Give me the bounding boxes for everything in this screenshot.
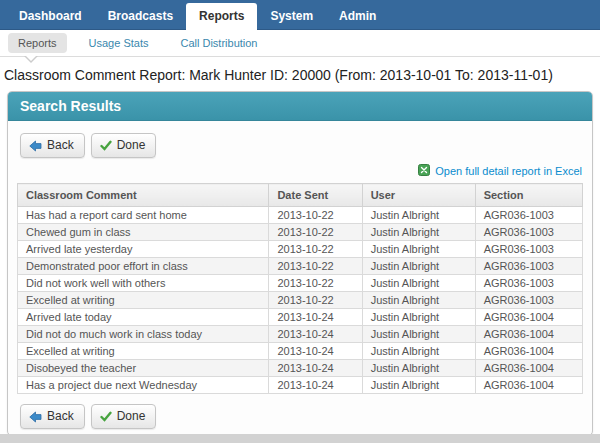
open-excel-link[interactable]: Open full detail report in Excel [418,164,582,179]
cell-date-sent: 2013-10-22 [269,258,362,275]
cell-classroom-comment: Excelled at writing [18,292,269,309]
arrow-left-icon [29,411,42,423]
excel-link-row: Open full detail report in Excel [17,164,582,179]
cell-user: Justin Albright [362,377,475,394]
cell-classroom-comment: Has a project due next Wednesday [18,377,269,394]
cell-classroom-comment: Has had a report card sent home [18,207,269,224]
arrow-left-icon [29,140,42,152]
cell-section: AGR036-1004 [475,360,582,377]
cell-classroom-comment: Arrived late yesterday [18,241,269,258]
done-button[interactable]: Done [91,133,157,158]
table-row[interactable]: Disobeyed the teacher 2013-10-24 Justin … [18,360,583,377]
nav-tab-admin[interactable]: Admin [326,3,389,30]
caret-down-pointer-icon [24,56,38,63]
table-row[interactable]: Arrived late today 2013-10-24 Justin Alb… [18,309,583,326]
results-table: Classroom Comment Date Sent User Section… [17,183,583,394]
table-row[interactable]: Has a project due next Wednesday 2013-10… [18,377,583,394]
cell-date-sent: 2013-10-24 [269,343,362,360]
table-row[interactable]: Excelled at writing 2013-10-22 Justin Al… [18,292,583,309]
back-button-label: Back [47,409,74,424]
col-header-date-sent: Date Sent [269,184,362,207]
done-button-label: Done [117,138,146,153]
back-button-label: Back [47,138,74,153]
top-nav: Dashboard Broadcasts Reports System Admi… [0,0,600,30]
cell-section: AGR036-1003 [475,224,582,241]
cell-user: Justin Albright [362,207,475,224]
toolbar-top: Back Done [20,133,583,158]
results-table-head: Classroom Comment Date Sent User Section [18,184,583,207]
cell-user: Justin Albright [362,275,475,292]
table-row[interactable]: Excelled at writing 2013-10-24 Justin Al… [18,343,583,360]
nav-tab-broadcasts[interactable]: Broadcasts [95,3,186,30]
cell-section: AGR036-1003 [475,258,582,275]
nav-tab-system[interactable]: System [257,3,326,30]
search-results-panel: Search Results Back Done Open full [7,91,593,436]
cell-classroom-comment: Excelled at writing [18,343,269,360]
cell-classroom-comment: Chewed gum in class [18,224,269,241]
cell-user: Justin Albright [362,292,475,309]
cell-date-sent: 2013-10-22 [269,241,362,258]
check-icon [100,411,112,422]
cell-date-sent: 2013-10-22 [269,292,362,309]
cell-section: AGR036-1004 [475,377,582,394]
cell-date-sent: 2013-10-22 [269,275,362,292]
cell-date-sent: 2013-10-24 [269,377,362,394]
cell-section: AGR036-1004 [475,326,582,343]
check-icon [100,140,112,151]
cell-section: AGR036-1004 [475,343,582,360]
cell-section: AGR036-1003 [475,292,582,309]
cell-date-sent: 2013-10-24 [269,309,362,326]
sub-nav: Reports Usage Stats Call Distribution [0,30,600,57]
table-row[interactable]: Chewed gum in class 2013-10-22 Justin Al… [18,224,583,241]
cell-user: Justin Albright [362,343,475,360]
cell-user: Justin Albright [362,224,475,241]
done-button-bottom[interactable]: Done [91,404,157,429]
cell-date-sent: 2013-10-22 [269,207,362,224]
col-header-classroom-comment: Classroom Comment [18,184,269,207]
subnav-item-reports[interactable]: Reports [8,33,67,53]
table-row[interactable]: Did not do much work in class today 2013… [18,326,583,343]
subnav-item-call-distribution[interactable]: Call Distribution [170,33,267,53]
cell-user: Justin Albright [362,241,475,258]
cell-classroom-comment: Did not do much work in class today [18,326,269,343]
table-row[interactable]: Has had a report card sent home 2013-10-… [18,207,583,224]
excel-icon [418,164,430,179]
cell-user: Justin Albright [362,309,475,326]
open-excel-link-label: Open full detail report in Excel [435,165,582,178]
page-title: Classroom Comment Report: Mark Hunter ID… [0,57,600,91]
results-table-body: Has had a report card sent home 2013-10-… [18,207,583,394]
window-bottom-edge [0,434,600,443]
toolbar-bottom: Back Done [20,404,583,429]
subnav-item-usage-stats[interactable]: Usage Stats [79,33,159,53]
table-row[interactable]: Demonstrated poor effort in class 2013-1… [18,258,583,275]
cell-date-sent: 2013-10-24 [269,360,362,377]
header-row: Classroom Comment Date Sent User Section [18,184,583,207]
nav-tab-reports[interactable]: Reports [186,3,257,36]
nav-tab-dashboard[interactable]: Dashboard [6,3,95,30]
cell-date-sent: 2013-10-24 [269,326,362,343]
cell-section: AGR036-1003 [475,275,582,292]
done-button-label: Done [117,409,146,424]
cell-date-sent: 2013-10-22 [269,224,362,241]
cell-classroom-comment: Disobeyed the teacher [18,360,269,377]
cell-classroom-comment: Demonstrated poor effort in class [18,258,269,275]
col-header-section: Section [475,184,582,207]
cell-user: Justin Albright [362,326,475,343]
cell-section: AGR036-1003 [475,207,582,224]
cell-user: Justin Albright [362,360,475,377]
back-button[interactable]: Back [20,133,85,158]
cell-section: AGR036-1003 [475,241,582,258]
panel-header: Search Results [8,92,592,121]
table-row[interactable]: Arrived late yesterday 2013-10-22 Justin… [18,241,583,258]
cell-classroom-comment: Did not work well with others [18,275,269,292]
table-row[interactable]: Did not work well with others 2013-10-22… [18,275,583,292]
cell-classroom-comment: Arrived late today [18,309,269,326]
cell-section: AGR036-1004 [475,309,582,326]
col-header-user: User [362,184,475,207]
panel-body: Back Done Open full detail report in Exc… [8,121,592,435]
cell-user: Justin Albright [362,258,475,275]
back-button-bottom[interactable]: Back [20,404,85,429]
